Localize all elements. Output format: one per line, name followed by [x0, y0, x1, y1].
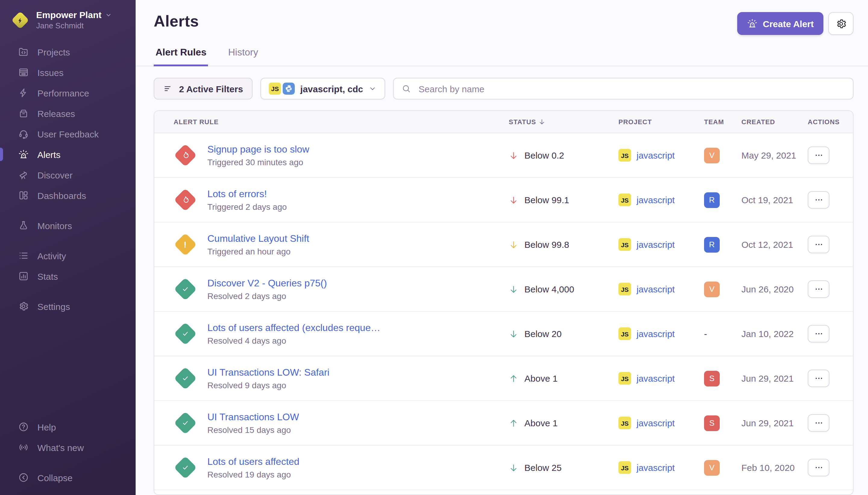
sidebar-item-releases[interactable]: Releases — [0, 103, 136, 124]
ellipsis-icon — [814, 463, 823, 472]
javascript-platform-icon: JS — [619, 372, 631, 385]
alert-rule-detail: Resolved 4 days ago — [207, 336, 380, 345]
project-link[interactable]: javascript — [637, 373, 675, 383]
alert-rule-detail: Resolved 9 days ago — [207, 380, 329, 390]
help-icon — [18, 422, 29, 432]
project-link[interactable]: javascript — [637, 150, 675, 160]
project-selector[interactable]: JS javascript, cdc — [260, 78, 385, 100]
status-threshold: Below 20 — [524, 329, 561, 339]
team-cell: R — [704, 192, 742, 208]
alert-rule-link[interactable]: UI Transactions LOW: Safari — [207, 367, 329, 378]
project-cell: JS javascript — [619, 327, 704, 340]
project-link[interactable]: javascript — [637, 284, 675, 294]
project-link[interactable]: javascript — [637, 195, 675, 205]
table-row: Discover V2 - Queries p75() Resolved 2 d… — [154, 267, 853, 312]
table-row: ! Cumulative Layout Shift Triggered an h… — [154, 222, 853, 267]
sidebar-item-user-feedback[interactable]: User Feedback — [0, 124, 136, 144]
search-field — [393, 78, 853, 100]
alert-rules-table: ALERT RULE STATUS PROJECT TEAM CREATED A… — [154, 110, 853, 495]
sidebar-item-monitors[interactable]: Monitors — [0, 215, 136, 236]
status-cell: Below 25 — [509, 462, 619, 473]
team-cell: - — [704, 328, 742, 339]
alert-rule-detail: Resolved 19 days ago — [207, 470, 299, 479]
sidebar-item-label: Alerts — [37, 149, 60, 159]
team-avatar: V — [704, 281, 720, 297]
column-header-actions: ACTIONS — [808, 118, 845, 125]
column-header-created: CREATED — [742, 118, 808, 125]
row-actions-button[interactable] — [808, 459, 829, 476]
warning-glyph: ! — [184, 240, 186, 249]
row-actions-button[interactable] — [808, 414, 829, 432]
alert-state-icon: ! — [174, 233, 196, 256]
alert-rule-link[interactable]: Lots of errors! — [207, 188, 287, 199]
create-alert-button[interactable]: Create Alert — [737, 12, 823, 35]
search-input[interactable] — [417, 83, 845, 95]
status-threshold: Below 25 — [524, 462, 561, 473]
tab-alert-rules[interactable]: Alert Rules — [154, 47, 208, 66]
alert-rule-link[interactable]: Cumulative Layout Shift — [207, 233, 309, 244]
dashboards-icon — [18, 190, 29, 201]
sidebar-item-help[interactable]: Help — [0, 416, 136, 437]
alert-rule-link[interactable]: Discover V2 - Queries p75() — [207, 278, 327, 289]
alert-rule-link[interactable]: Signup page is too slow — [207, 144, 309, 155]
row-actions-button[interactable] — [808, 280, 829, 298]
table-row: Signup page is too slow Triggered 30 min… — [154, 133, 853, 178]
column-header-status[interactable]: STATUS — [509, 118, 619, 125]
sidebar-item-stats[interactable]: Stats — [0, 266, 136, 286]
created-date: Jun 29, 2021 — [742, 373, 808, 383]
sidebar-item-projects[interactable]: Projects — [0, 41, 136, 62]
row-actions-button[interactable] — [808, 191, 829, 209]
active-filters-button[interactable]: 2 Active Filters — [154, 78, 253, 100]
project-link[interactable]: javascript — [637, 329, 675, 339]
created-date: Jan 10, 2022 — [742, 329, 808, 339]
sidebar-item-issues[interactable]: Issues — [0, 62, 136, 83]
team-cell: R — [704, 237, 742, 252]
alert-rule-link[interactable]: Lots of users affected — [207, 456, 299, 467]
status-cell: Below 99.1 — [509, 195, 619, 205]
status-threshold: Above 1 — [524, 418, 558, 428]
sidebar-item-discover[interactable]: Discover — [0, 165, 136, 185]
sidebar-item-activity[interactable]: Activity — [0, 245, 136, 266]
created-date: May 29, 2021 — [742, 150, 808, 160]
sidebar-item-label: Settings — [37, 301, 70, 311]
sidebar-item-settings[interactable]: Settings — [0, 296, 136, 317]
team-avatar: V — [704, 460, 720, 475]
arrow-down-icon — [509, 195, 518, 205]
project-cell: JS javascript — [619, 416, 704, 429]
project-cell: JS javascript — [619, 461, 704, 474]
arrow-up-icon — [509, 374, 518, 383]
main-content: Alerts Create Alert Alert Rules History … — [136, 0, 868, 495]
javascript-platform-icon: JS — [619, 193, 631, 206]
critical-glyph — [180, 195, 190, 204]
row-actions-button[interactable] — [808, 370, 829, 387]
app-window: Empower Plant Jane Schmidt ProjectsIssue… — [0, 0, 868, 495]
issues-icon — [18, 67, 29, 78]
row-actions-button[interactable] — [808, 147, 829, 164]
sidebar-nav-quaternary: Settings — [0, 296, 136, 317]
project-link[interactable]: javascript — [637, 239, 675, 250]
org-switcher[interactable]: Empower Plant Jane Schmidt — [0, 10, 136, 31]
sidebar-item-alerts[interactable]: Alerts — [0, 144, 136, 165]
sidebar-item-what-s-new[interactable]: What's new — [0, 437, 136, 458]
table-row: Lots of users affected Resolved 19 days … — [154, 446, 853, 490]
sidebar-item-label: Performance — [37, 88, 89, 98]
row-actions-button[interactable] — [808, 236, 829, 253]
alert-rule-link[interactable]: UI Transactions LOW — [207, 411, 299, 422]
stats-icon — [18, 271, 29, 281]
created-date: Oct 19, 2021 — [742, 195, 808, 205]
performance-icon — [18, 87, 29, 98]
status-cell: Below 20 — [509, 329, 619, 339]
sidebar-nav-primary: ProjectsIssuesPerformanceReleasesUser Fe… — [0, 41, 136, 206]
sidebar-item-collapse[interactable]: Collapse — [0, 467, 136, 488]
project-link[interactable]: javascript — [637, 418, 675, 428]
sidebar-item-dashboards[interactable]: Dashboards — [0, 185, 136, 206]
whatsnew-icon — [18, 442, 29, 453]
project-link[interactable]: javascript — [637, 462, 675, 473]
alert-rule-link[interactable]: Lots of users affected (excludes reque… — [207, 322, 380, 333]
team-cell: S — [704, 415, 742, 431]
tab-history[interactable]: History — [226, 47, 260, 66]
row-actions-button[interactable] — [808, 325, 829, 342]
sidebar-item-performance[interactable]: Performance — [0, 83, 136, 103]
table-body: Signup page is too slow Triggered 30 min… — [154, 133, 853, 490]
alerts-settings-button[interactable] — [828, 12, 853, 35]
